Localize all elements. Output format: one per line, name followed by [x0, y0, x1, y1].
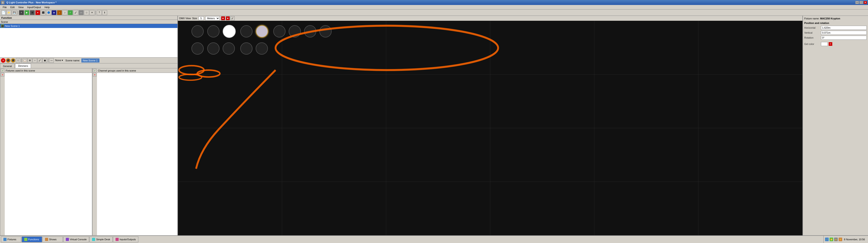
editor-btn-3[interactable]: ⬛: [11, 58, 16, 63]
fixture-11[interactable]: [207, 42, 219, 55]
vertical-value[interactable]: [821, 31, 867, 35]
toolbar-btn-3[interactable]: ⊞: [30, 10, 35, 15]
toolbar-help[interactable]: ?: [97, 10, 102, 15]
fixture-14[interactable]: [256, 42, 268, 55]
dmx-size-value[interactable]: 5: [198, 16, 204, 20]
taskbar-tab-fixtures[interactable]: Fixtures: [1, 237, 21, 242]
fixture-3[interactable]: [223, 25, 236, 38]
dmx-icon-2[interactable]: ■: [226, 16, 230, 20]
fixture-13[interactable]: [240, 42, 252, 55]
toolbar-open[interactable]: 📁: [6, 10, 11, 15]
maximize-button[interactable]: □: [860, 1, 863, 4]
tray-icon-2: 📶: [830, 238, 833, 241]
taskbar-tab-virtual-console[interactable]: Virtual Console: [63, 237, 89, 242]
toolbar-btn-12[interactable]: —: [79, 10, 84, 15]
dmx-icon-1[interactable]: ■: [221, 16, 225, 20]
dmx-pencil-icon[interactable]: 🖊: [230, 16, 235, 20]
taskbar-tab-shows[interactable]: Shows: [42, 237, 63, 242]
add-channel-btn[interactable]: ✓: [93, 69, 96, 72]
editor-btn-4[interactable]: □: [16, 58, 20, 63]
horizontal-value[interactable]: [821, 26, 867, 30]
vertical-label: Vertical: [804, 31, 820, 34]
menu-help[interactable]: Help: [43, 5, 52, 9]
editor-btn-10[interactable]: —: [49, 58, 54, 63]
tray-icon-1: 🔊: [825, 238, 829, 241]
dmx-toolbar-icons: ■ ■ 🖊: [221, 16, 235, 20]
toolbar-btn-11[interactable]: 🖊: [73, 10, 78, 15]
taskbar-tab-simple-desk[interactable]: Simple Desk: [90, 237, 113, 242]
tab-dimmers[interactable]: Dimmers: [15, 64, 31, 68]
remove-fixture-btn[interactable]: ✕: [1, 73, 4, 76]
editor-btn-7[interactable]: ○: [33, 58, 37, 63]
toolbar-btn-13[interactable]: □: [84, 10, 89, 15]
toolbar-btn-14[interactable]: ✕: [90, 10, 94, 15]
dmx-panel: DMX View Size 5 Meters Feet ■ ■ 🖊: [178, 16, 802, 235]
fixture-12[interactable]: [223, 42, 235, 55]
toolbar-new[interactable]: 📄: [1, 10, 6, 15]
editor-btn-6[interactable]: ⊞: [28, 58, 32, 63]
dmx-units-select[interactable]: Meters Feet: [205, 16, 220, 20]
scene-subsection: Scene: [0, 20, 178, 24]
horizontal-input[interactable]: [822, 26, 866, 29]
fixture-7[interactable]: [289, 25, 301, 37]
left-panel: Function Scene ⬛ New Scene 1: [0, 16, 178, 235]
add-fixture-btn[interactable]: ✓: [1, 69, 4, 72]
taskbar-tab-functions[interactable]: Functions: [22, 237, 42, 242]
toolbar-sep-2: [95, 10, 96, 15]
fixture-2[interactable]: [207, 25, 219, 37]
gel-close-button[interactable]: ✕: [829, 42, 832, 46]
toolbar-btn-1[interactable]: K: [19, 10, 24, 15]
editor-panel: ✕ ⬛ ⬛ □ 📋 ⊞ ○ 🖊 ▣ — None ▾ Scene name: N…: [0, 58, 178, 235]
fixture-9[interactable]: [319, 25, 332, 37]
minimize-button[interactable]: —: [855, 1, 859, 4]
rotation-value[interactable]: [821, 36, 867, 40]
editor-btn-8[interactable]: 🖊: [37, 58, 42, 63]
tab-general[interactable]: General: [0, 64, 15, 68]
scene-name-1: New Scene 1: [5, 25, 20, 27]
app-window: Q Q Light Controller Plus - New Workspac…: [0, 0, 868, 243]
dmx-view-label: DMX View: [179, 17, 191, 20]
menu-view[interactable]: View: [17, 5, 26, 9]
io-tab-icon: [116, 238, 119, 241]
fixture-6[interactable]: [273, 25, 285, 37]
dmx-grid[interactable]: [178, 21, 802, 235]
main-toolbar: 📄 📁 💾 K ▶ ⊞ ● ⬛ 🔵 ◈ ♪ ♪ ✓ 🖊 — □ ✕ ? ℹ: [0, 9, 868, 16]
editor-btn-9[interactable]: ▣: [42, 58, 47, 63]
function-label: Function: [1, 16, 12, 19]
menu-io[interactable]: Input/Output: [25, 5, 43, 9]
tray-icon-3: 🔒: [834, 238, 838, 241]
svg-point-14: [179, 74, 202, 80]
editor-btn-5[interactable]: 📋: [23, 58, 27, 63]
toolbar-save[interactable]: 💾: [12, 10, 17, 15]
toolbar-info[interactable]: ℹ: [102, 10, 107, 15]
tray-icon-4: ⚡: [839, 238, 842, 241]
toolbar-btn-10[interactable]: ✓: [68, 10, 73, 15]
toolbar-btn-5[interactable]: ⬛: [41, 10, 46, 15]
fixture-8[interactable]: [304, 25, 316, 37]
fixtures-used-label: Fixtures used in this scene: [6, 69, 35, 72]
shows-tab-label: Shows: [49, 238, 57, 241]
remove-channel-btn[interactable]: ✕: [93, 73, 96, 76]
fixture-1[interactable]: [191, 25, 204, 37]
toolbar-btn-6[interactable]: 🔵: [46, 10, 51, 15]
toolbar-btn-9[interactable]: ♪: [62, 10, 67, 15]
fixture-10[interactable]: [191, 42, 204, 55]
toolbar-btn-8[interactable]: ♪: [57, 10, 62, 15]
taskbar-tab-io[interactable]: Inputs/Outputs: [113, 237, 138, 242]
toolbar-btn-2[interactable]: ▶: [24, 10, 29, 15]
editor-btn-2[interactable]: ⬛: [6, 58, 10, 63]
gel-color-swatch[interactable]: [821, 42, 828, 46]
fixture-5[interactable]: [256, 25, 268, 38]
vertical-input[interactable]: [822, 31, 866, 34]
menu-edit[interactable]: Edit: [8, 5, 17, 9]
function-section: Function Scene ⬛ New Scene 1: [0, 16, 178, 58]
rotation-input[interactable]: [822, 36, 866, 39]
menu-file[interactable]: File: [1, 5, 8, 9]
toolbar-btn-7[interactable]: ◈: [52, 10, 57, 15]
dmx-toolbar: DMX View Size 5 Meters Feet ■ ■ 🖊: [178, 16, 802, 21]
fixture-4[interactable]: [240, 25, 252, 37]
toolbar-btn-4[interactable]: ●: [35, 10, 40, 15]
scene-item-1[interactable]: ⬛ New Scene 1: [0, 24, 178, 28]
close-button[interactable]: ✕: [864, 1, 867, 4]
editor-stop-btn[interactable]: ✕: [1, 58, 5, 63]
